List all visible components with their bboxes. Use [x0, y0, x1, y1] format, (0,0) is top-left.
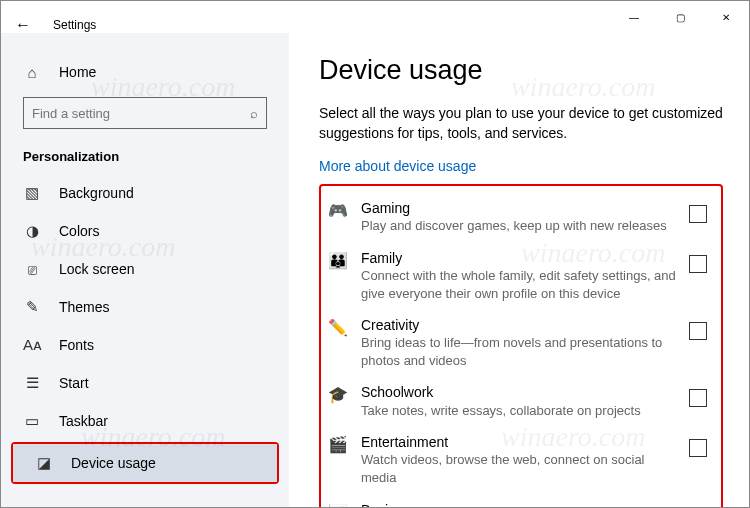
creativity-icon: ✏️ [327, 316, 349, 337]
option-title: Family [361, 249, 677, 267]
sidebar-item-label: Start [59, 375, 89, 391]
back-icon[interactable]: ← [15, 16, 31, 34]
home-icon: ⌂ [23, 64, 41, 81]
sidebar-item-home[interactable]: ⌂ Home [1, 53, 289, 91]
lockscreen-icon: ⎚ [23, 261, 41, 278]
sidebar-item-label: Home [59, 64, 96, 80]
option-schoolwork[interactable]: 🎓 Schoolwork Take notes, write essays, c… [323, 376, 711, 426]
fonts-icon: Aᴀ [23, 336, 41, 354]
sidebar-item-label: Colors [59, 223, 99, 239]
page-title: Device usage [319, 55, 723, 86]
device-usage-options: 🎮 Gaming Play and discover games, keep u… [319, 184, 723, 507]
app-title: Settings [53, 18, 96, 32]
colors-icon: ◑ [23, 222, 41, 240]
schoolwork-checkbox[interactable] [689, 389, 707, 407]
sidebar-item-label: Background [59, 185, 134, 201]
learn-more-link[interactable]: More about device usage [319, 158, 476, 174]
sidebar-item-label: Lock screen [59, 261, 134, 277]
option-title: Business [361, 501, 677, 508]
maximize-button[interactable]: ▢ [657, 1, 703, 33]
sidebar-item-colors[interactable]: ◑ Colors [1, 212, 289, 250]
taskbar-icon: ▭ [23, 412, 41, 430]
main-content: Device usage Select all the ways you pla… [289, 33, 749, 507]
option-desc: Connect with the whole family, edit safe… [361, 267, 677, 302]
entertainment-icon: 🎬 [327, 433, 349, 454]
sidebar-item-label: Fonts [59, 337, 94, 353]
search-box[interactable]: ⌕ [23, 97, 267, 129]
family-icon: 👪 [327, 249, 349, 270]
gaming-checkbox[interactable] [689, 205, 707, 223]
business-icon: 📊 [327, 501, 349, 508]
option-desc: Take notes, write essays, collaborate on… [361, 402, 677, 420]
sidebar-item-fonts[interactable]: Aᴀ Fonts [1, 326, 289, 364]
start-icon: ☰ [23, 374, 41, 392]
background-icon: ▧ [23, 184, 41, 202]
sidebar-item-lockscreen[interactable]: ⎚ Lock screen [1, 250, 289, 288]
option-gaming[interactable]: 🎮 Gaming Play and discover games, keep u… [323, 192, 711, 242]
option-desc: Bring ideas to life—from novels and pres… [361, 334, 677, 369]
option-entertainment[interactable]: 🎬 Entertainment Watch videos, browse the… [323, 426, 711, 493]
sidebar-item-label: Device usage [71, 455, 156, 471]
option-title: Gaming [361, 199, 677, 217]
sidebar-item-themes[interactable]: ✎ Themes [1, 288, 289, 326]
themes-icon: ✎ [23, 298, 41, 316]
option-title: Schoolwork [361, 383, 677, 401]
sidebar-item-device-usage[interactable]: ◪ Device usage [13, 444, 277, 482]
business-checkbox[interactable] [689, 507, 707, 508]
schoolwork-icon: 🎓 [327, 383, 349, 404]
page-description: Select all the ways you plan to use your… [319, 104, 723, 143]
entertainment-checkbox[interactable] [689, 439, 707, 457]
close-button[interactable]: ✕ [703, 1, 749, 33]
minimize-button[interactable]: — [611, 1, 657, 33]
sidebar-item-background[interactable]: ▧ Background [1, 174, 289, 212]
section-label: Personalization [1, 143, 289, 174]
option-creativity[interactable]: ✏️ Creativity Bring ideas to life—from n… [323, 309, 711, 376]
gaming-icon: 🎮 [327, 199, 349, 220]
option-desc: Watch videos, browse the web, connect on… [361, 451, 677, 486]
search-input[interactable] [32, 106, 250, 121]
option-title: Entertainment [361, 433, 677, 451]
search-icon: ⌕ [250, 106, 258, 121]
family-checkbox[interactable] [689, 255, 707, 273]
sidebar-item-label: Taskbar [59, 413, 108, 429]
creativity-checkbox[interactable] [689, 322, 707, 340]
option-family[interactable]: 👪 Family Connect with the whole family, … [323, 242, 711, 309]
sidebar-item-label: Themes [59, 299, 110, 315]
option-title: Creativity [361, 316, 677, 334]
device-usage-icon: ◪ [35, 454, 53, 472]
option-desc: Play and discover games, keep up with ne… [361, 217, 677, 235]
option-business[interactable]: 📊 Business Track expenses, manage custom… [323, 494, 711, 508]
sidebar: ← Settings ⌂ Home ⌕ Personalization ▧ Ba… [1, 33, 289, 507]
sidebar-item-start[interactable]: ☰ Start [1, 364, 289, 402]
sidebar-item-taskbar[interactable]: ▭ Taskbar [1, 402, 289, 440]
